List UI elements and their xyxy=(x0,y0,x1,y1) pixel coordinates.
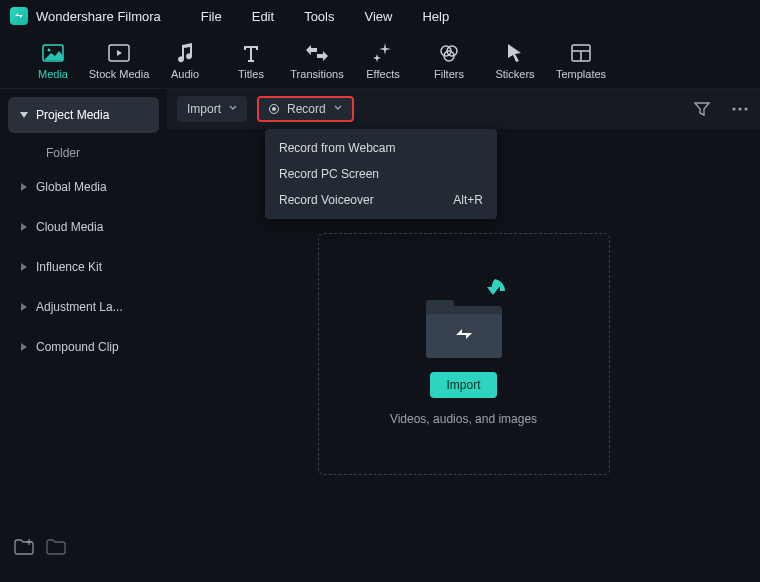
sidebar-item-influence-kit[interactable]: Influence Kit xyxy=(8,249,159,285)
sidebar-item-project-media[interactable]: Project Media xyxy=(8,97,159,133)
tool-titles[interactable]: Titles xyxy=(218,42,284,80)
record-dropdown-button[interactable]: Record xyxy=(257,96,354,122)
tool-label: Filters xyxy=(434,68,464,80)
sparkle-icon xyxy=(372,42,394,64)
tool-label: Media xyxy=(38,68,68,80)
more-button[interactable] xyxy=(730,99,750,119)
sidebar-item-label: Global Media xyxy=(36,180,107,194)
text-icon xyxy=(240,42,262,64)
filter-button[interactable] xyxy=(692,99,712,119)
tool-label: Audio xyxy=(171,68,199,80)
menu-tools[interactable]: Tools xyxy=(304,9,334,24)
tool-transitions[interactable]: Transitions xyxy=(284,42,350,80)
import-button[interactable]: Import xyxy=(430,372,496,398)
chevron-right-icon xyxy=(18,343,30,351)
record-icon xyxy=(269,104,279,114)
video-icon xyxy=(108,42,130,64)
svg-point-9 xyxy=(732,107,735,110)
tool-stock-media[interactable]: Stock Media xyxy=(86,42,152,80)
chevron-down-icon xyxy=(229,105,237,113)
secondary-bar: Import Record xyxy=(167,89,760,129)
sidebar-item-compound-clip[interactable]: Compound Clip xyxy=(8,329,159,365)
sidebar: Project Media Folder Global Media Cloud … xyxy=(0,89,167,571)
tool-stickers[interactable]: Stickers xyxy=(482,42,548,80)
menubar: File Edit Tools View Help xyxy=(201,9,449,24)
layout-icon xyxy=(570,42,592,64)
folder-graphic xyxy=(419,283,509,358)
main-panel: Import Record Record from Webcam Record … xyxy=(167,89,760,571)
sidebar-subitem-folder[interactable]: Folder xyxy=(8,137,159,169)
workspace: Project Media Folder Global Media Cloud … xyxy=(0,89,760,571)
tool-filters[interactable]: Filters xyxy=(416,42,482,80)
menu-record-screen[interactable]: Record PC Screen xyxy=(265,161,497,187)
titlebar: Wondershare Filmora File Edit Tools View… xyxy=(0,0,760,32)
svg-point-11 xyxy=(744,107,747,110)
tool-templates[interactable]: Templates xyxy=(548,42,614,80)
app-name: Wondershare Filmora xyxy=(36,9,161,24)
add-folder-button[interactable] xyxy=(14,539,34,555)
dropzone-hint: Videos, audios, and images xyxy=(390,412,537,426)
sidebar-bottom-tools xyxy=(8,531,159,563)
sidebar-item-global-media[interactable]: Global Media xyxy=(8,169,159,205)
filters-icon xyxy=(438,42,460,64)
chevron-right-icon xyxy=(18,303,30,311)
svg-point-1 xyxy=(48,49,51,52)
tool-label: Stock Media xyxy=(89,68,150,80)
chevron-down-icon xyxy=(334,105,342,113)
tool-effects[interactable]: Effects xyxy=(350,42,416,80)
tool-audio[interactable]: Audio xyxy=(152,42,218,80)
sidebar-item-cloud-media[interactable]: Cloud Media xyxy=(8,209,159,245)
menu-file[interactable]: File xyxy=(201,9,222,24)
sidebar-item-label: Compound Clip xyxy=(36,340,119,354)
tool-label: Titles xyxy=(238,68,264,80)
svg-point-10 xyxy=(738,107,741,110)
menu-help[interactable]: Help xyxy=(422,9,449,24)
tool-label: Stickers xyxy=(495,68,534,80)
import-dropdown-button[interactable]: Import xyxy=(177,96,247,122)
record-dropdown-menu: Record from Webcam Record PC Screen Reco… xyxy=(265,129,497,219)
sidebar-item-label: Adjustment La... xyxy=(36,300,123,314)
menu-item-label: Record PC Screen xyxy=(279,167,379,181)
menu-view[interactable]: View xyxy=(364,9,392,24)
toolbar: Media Stock Media Audio Titles Transitio… xyxy=(0,32,760,89)
import-dropzone[interactable]: Import Videos, audios, and images xyxy=(318,233,610,475)
sidebar-item-adjustment-layer[interactable]: Adjustment La... xyxy=(8,289,159,325)
app-logo xyxy=(10,7,28,25)
import-label: Import xyxy=(187,102,221,116)
menu-record-webcam[interactable]: Record from Webcam xyxy=(265,135,497,161)
image-icon xyxy=(42,42,64,64)
menu-item-label: Record Voiceover xyxy=(279,193,374,207)
tool-media[interactable]: Media xyxy=(20,42,86,80)
folder-button[interactable] xyxy=(46,539,66,555)
sidebar-list: Project Media Folder Global Media Cloud … xyxy=(8,97,159,531)
sidebar-item-label: Project Media xyxy=(36,108,109,122)
menu-item-label: Record from Webcam xyxy=(279,141,395,155)
transitions-icon xyxy=(306,42,328,64)
download-arrow-icon xyxy=(481,277,507,303)
chevron-right-icon xyxy=(18,263,30,271)
tool-label: Templates xyxy=(556,68,606,80)
menu-item-shortcut: Alt+R xyxy=(453,193,483,207)
filmora-logo-icon xyxy=(453,324,475,346)
sidebar-item-label: Influence Kit xyxy=(36,260,102,274)
chevron-down-icon xyxy=(18,112,30,118)
menu-edit[interactable]: Edit xyxy=(252,9,274,24)
sidebar-item-label: Cloud Media xyxy=(36,220,103,234)
music-icon xyxy=(174,42,196,64)
sidebar-item-label: Folder xyxy=(46,146,80,160)
chevron-right-icon xyxy=(18,223,30,231)
cursor-icon xyxy=(504,42,526,64)
chevron-right-icon xyxy=(18,183,30,191)
tool-label: Transitions xyxy=(290,68,343,80)
record-label: Record xyxy=(287,102,326,116)
tool-label: Effects xyxy=(366,68,399,80)
menu-record-voiceover[interactable]: Record Voiceover Alt+R xyxy=(265,187,497,213)
